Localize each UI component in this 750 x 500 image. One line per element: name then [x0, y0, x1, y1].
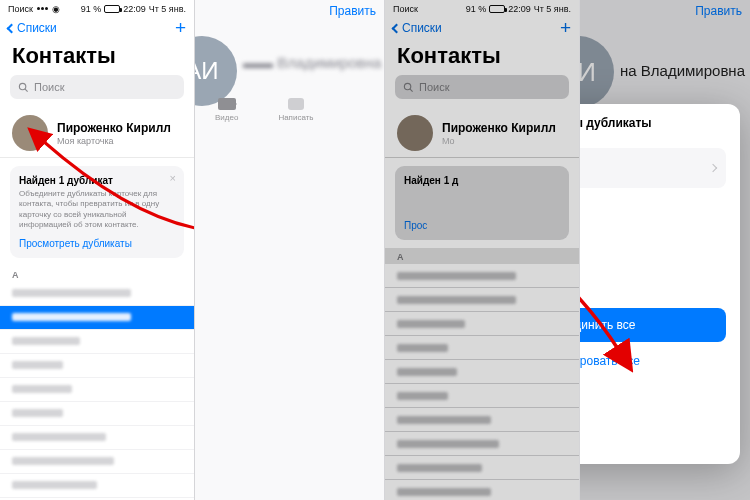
message-icon — [288, 98, 304, 110]
contact-detail-dimmed: Править АИ ▬▬ Владимировна Видео Написат… — [195, 0, 385, 500]
contact-detail-with-modal: Править АИ на Владимировна Отменить Найд… — [580, 0, 750, 500]
avatar — [12, 115, 48, 151]
merge-all-button[interactable]: Объединить все — [580, 308, 726, 342]
search-icon — [18, 82, 29, 93]
add-button[interactable]: + — [175, 17, 186, 39]
battery-text: 91 % — [81, 4, 102, 14]
view-duplicates-link[interactable]: Просмотреть дубликаты — [19, 238, 175, 249]
close-icon[interactable]: × — [170, 172, 176, 184]
list-item[interactable] — [0, 402, 194, 426]
status-date: Чт 5 янв. — [149, 4, 186, 14]
modal-title: Найдены дубликаты — [580, 116, 652, 130]
list-item[interactable] — [0, 330, 194, 354]
wifi-icon: ◉ — [52, 4, 60, 14]
search-input[interactable]: Поиск — [10, 75, 184, 99]
list-item[interactable] — [0, 282, 194, 306]
list-item[interactable] — [0, 378, 194, 402]
list-item[interactable] — [0, 306, 194, 330]
contacts-panel-left: Поиск ◉ 91 % 22:09 Чт 5 янв. Списки + Ко… — [0, 0, 195, 500]
duplicate-item[interactable]: Алина Владимировна Найдено 2 карточки — [580, 148, 726, 188]
message-button[interactable]: Написать — [278, 98, 313, 122]
section-letter: А — [0, 266, 194, 282]
list-item[interactable] — [0, 426, 194, 450]
edit-button[interactable]: Править — [329, 4, 376, 18]
list-item[interactable] — [0, 354, 194, 378]
duplicate-card: × Найден 1 дубликат Объедините дубликаты… — [10, 166, 184, 258]
contact-name: ▬▬ Владимировна — [243, 54, 381, 71]
ignore-all-button[interactable]: Игнорировать все — [580, 354, 740, 368]
carrier-text: Поиск — [8, 4, 33, 14]
nav-bar: Списки + — [0, 17, 194, 39]
signal-icon — [37, 7, 48, 10]
list-item[interactable] — [0, 450, 194, 474]
dup-title: Найден 1 дубликат — [19, 175, 175, 186]
annotation-arrow — [580, 234, 660, 368]
back-label: Списки — [17, 21, 57, 35]
chevron-left-icon — [7, 23, 17, 33]
status-time: 22:09 — [123, 4, 146, 14]
my-card[interactable]: Пироженко Кирилл Моя карточка — [0, 109, 194, 158]
action-row: Видео Написать — [215, 98, 314, 122]
battery-icon — [104, 5, 120, 13]
list-item[interactable] — [0, 474, 194, 498]
video-icon — [218, 98, 236, 110]
my-card-sub: Моя карточка — [57, 136, 171, 146]
my-card-name: Пироженко Кирилл — [57, 121, 171, 135]
back-button[interactable]: Списки — [8, 21, 57, 35]
chevron-right-icon — [709, 164, 717, 172]
svg-line-1 — [25, 88, 28, 91]
svg-point-0 — [19, 83, 25, 89]
contacts-panel-dimmed: Поиск 91 %22:09Чт 5 янв. Списки + Контак… — [385, 0, 580, 500]
status-bar: Поиск ◉ 91 % 22:09 Чт 5 янв. — [0, 0, 194, 17]
video-button[interactable]: Видео — [215, 98, 238, 122]
page-title: Контакты — [0, 39, 194, 75]
dup-body: Объедините дубликаты карточек для контак… — [19, 189, 175, 231]
search-placeholder: Поиск — [34, 81, 64, 93]
duplicates-modal: Отменить Найдены дубликаты Алина Владими… — [580, 104, 740, 464]
